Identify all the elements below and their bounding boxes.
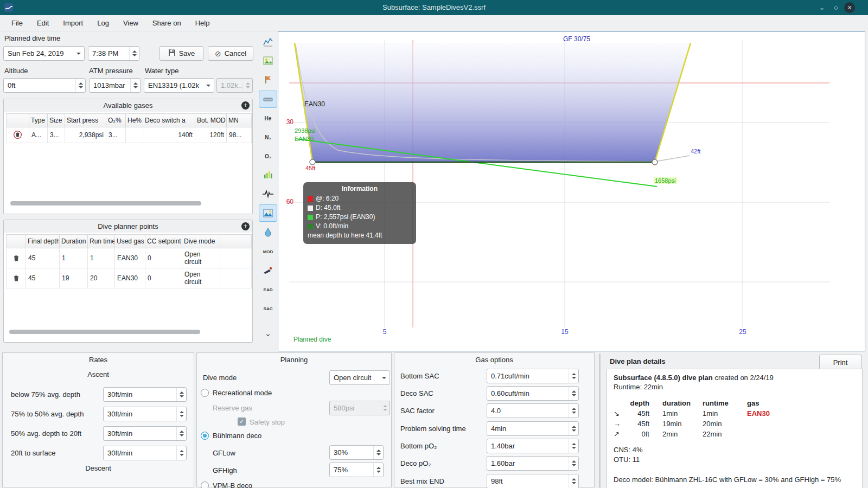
trash-icon[interactable] <box>11 273 21 283</box>
print-button[interactable]: Print <box>819 355 861 370</box>
o2-graph-icon[interactable]: O₂ <box>259 147 277 165</box>
spinner-arrows-icon[interactable] <box>569 404 578 418</box>
gas-cell-type[interactable]: A... <box>29 127 48 143</box>
point-col-depth[interactable]: Final depth <box>26 235 60 248</box>
buhlmann-deco-radio[interactable] <box>201 432 209 440</box>
gas-cell-o2[interactable]: 3... <box>106 127 126 143</box>
spinner-arrows-icon[interactable] <box>176 427 186 440</box>
sac-icon[interactable]: SAC <box>259 300 277 317</box>
gas-col-delete[interactable] <box>7 114 29 127</box>
menu-log[interactable]: Log <box>90 15 116 31</box>
sac-factor-field[interactable]: 4.0 <box>487 403 579 418</box>
point-cell-gas[interactable]: EAN30 <box>115 268 145 288</box>
rate-field-3[interactable]: 30ft/min <box>103 426 187 441</box>
point-cell-duration[interactable]: 19 <box>60 268 88 288</box>
spinner-arrows-icon[interactable] <box>130 79 140 92</box>
menu-help[interactable]: Help <box>188 15 217 31</box>
gas-switch-marker-icon[interactable] <box>259 71 277 88</box>
menu-view[interactable]: View <box>116 15 145 31</box>
ndl-tts-icon[interactable] <box>259 262 277 279</box>
spinner-arrows-icon[interactable] <box>569 457 578 470</box>
point-cell-duration[interactable]: 1 <box>60 248 88 268</box>
spinner-arrows-icon[interactable] <box>569 422 578 435</box>
dive-profile-chart[interactable]: GF 30/75 30 60 5 15 25 EAN30 2938psi EAN… <box>278 31 865 351</box>
point-col-runtime[interactable]: Run time <box>88 235 115 248</box>
deco-po2-field[interactable]: 1.60bar <box>487 456 579 471</box>
rate-field-4[interactable]: 30ft/min <box>103 446 187 460</box>
point-col-gas[interactable]: Used gas <box>115 235 145 248</box>
heart-rate-icon[interactable] <box>259 185 277 202</box>
gas-col-o2[interactable]: O₂% <box>106 114 126 127</box>
bottom-sac-field[interactable]: 0.71cuft/min <box>487 369 579 383</box>
gas-col-mnd[interactable]: MN <box>227 114 252 127</box>
menu-import[interactable]: Import <box>56 15 90 31</box>
n2-graph-icon[interactable]: N₂ <box>259 129 277 146</box>
gas-cell-size[interactable]: 3... <box>48 127 65 143</box>
partial-pressure-graph-icon[interactable] <box>259 33 277 50</box>
close-icon[interactable] <box>844 2 855 13</box>
point-cell-runtime[interactable]: 1 <box>88 248 115 268</box>
spinner-arrows-icon[interactable] <box>373 463 383 477</box>
waypoint-handle[interactable] <box>652 159 658 165</box>
recreational-mode-radio[interactable] <box>201 389 209 397</box>
horizontal-scrollbar[interactable] <box>10 201 201 206</box>
altitude-field[interactable]: 0ft <box>3 78 86 93</box>
atm-pressure-field[interactable]: 1013mbar <box>89 78 141 93</box>
minimize-icon[interactable] <box>816 2 827 13</box>
point-col-mode[interactable]: Dive mode <box>182 235 220 248</box>
rate-field-2[interactable]: 30ft/min <box>103 407 187 421</box>
trash-icon[interactable] <box>13 130 23 139</box>
dive-mode-select[interactable]: Open circuit <box>329 370 390 385</box>
spinner-arrows-icon[interactable] <box>176 446 186 460</box>
problem-solving-time-field[interactable]: 4min <box>487 421 579 436</box>
spinner-arrows-icon[interactable] <box>176 388 186 401</box>
point-col-duration[interactable]: Duration <box>60 235 88 248</box>
mod-icon[interactable]: MOD <box>259 243 277 260</box>
point-cell-depth[interactable]: 45 <box>26 268 60 288</box>
toolbar-scroll-down-icon[interactable] <box>259 329 277 342</box>
scale-picture-icon[interactable] <box>259 204 277 222</box>
gas-cell-bot-mod[interactable]: 120ft <box>195 127 227 143</box>
safety-stop-checkbox[interactable] <box>238 418 246 426</box>
trash-icon[interactable] <box>11 253 21 263</box>
spinner-arrows-icon[interactable] <box>569 369 578 383</box>
gas-cell-start-press[interactable]: 2,938psi <box>65 127 106 143</box>
vpmb-deco-label[interactable]: VPM-B deco <box>213 481 252 488</box>
water-type-select[interactable]: EN13319 (1.02k <box>144 78 214 93</box>
menu-file[interactable]: File <box>4 15 30 31</box>
waypoint-handle[interactable] <box>310 159 315 165</box>
buhlmann-deco-label[interactable]: Bühlmann deco <box>213 432 261 440</box>
point-cell-mode[interactable]: Open circuit <box>182 268 220 288</box>
point-cell-setpoint[interactable]: 0 <box>145 268 182 288</box>
point-col-setpoint[interactable]: CC setpoint <box>145 235 182 248</box>
gas-cell-deco-switch[interactable]: 140ft <box>143 127 195 143</box>
gfhigh-field[interactable]: 75% <box>329 463 384 477</box>
gas-col-bot-mod[interactable]: Bot. MOD <box>195 114 227 127</box>
gas-cell-mnd[interactable]: 98... <box>227 127 252 143</box>
time-field[interactable]: 7:38 PM <box>88 46 139 61</box>
rate-field-1[interactable]: 30ft/min <box>103 387 187 402</box>
spinner-arrows-icon[interactable] <box>569 474 578 488</box>
cancel-button[interactable]: Cancel <box>208 46 253 61</box>
menu-share-on[interactable]: Share on <box>145 15 188 31</box>
panel-splitter[interactable] <box>599 354 601 488</box>
add-point-button[interactable] <box>241 222 250 230</box>
spinner-arrows-icon[interactable] <box>569 439 578 453</box>
gas-col-deco-switch[interactable]: Deco switch a <box>143 114 195 127</box>
information-tooltip[interactable]: Information @: 6:20 D: 45.0ft P: 2,557ps… <box>303 182 416 244</box>
point-cell-gas[interactable]: EAN30 <box>115 248 145 268</box>
point-row[interactable]: 45 19 20 EAN30 0 Open circuit <box>7 268 252 288</box>
tissue-graph-icon[interactable] <box>259 166 277 183</box>
point-row[interactable]: 45 1 1 EAN30 0 Open circuit <box>7 248 252 268</box>
add-gas-button[interactable] <box>241 101 250 110</box>
point-cell-runtime[interactable]: 20 <box>88 268 115 288</box>
he-graph-icon[interactable]: He <box>259 110 277 127</box>
point-col-delete[interactable] <box>7 235 26 248</box>
gas-col-he[interactable]: He% <box>126 114 143 127</box>
show-pictures-icon[interactable] <box>259 52 277 69</box>
point-cell-mode[interactable]: Open circuit <box>182 248 220 268</box>
gas-col-start-press[interactable]: Start press <box>65 114 106 127</box>
date-picker[interactable]: Sun Feb 24, 2019 <box>3 46 85 61</box>
spinner-arrows-icon[interactable] <box>75 79 85 92</box>
spinner-arrows-icon[interactable] <box>176 407 186 421</box>
